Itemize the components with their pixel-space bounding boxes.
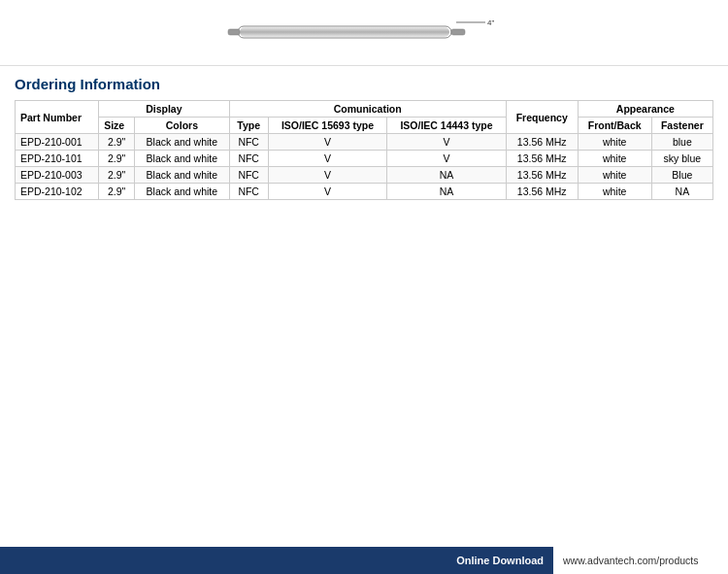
top-section: 4"	[0, 0, 728, 66]
svg-rect-2	[228, 29, 240, 35]
table-cell: V	[268, 167, 387, 184]
footer-url: www.advantech.com/products	[553, 547, 728, 574]
table-cell: white	[578, 151, 651, 167]
table-cell: NFC	[229, 134, 268, 151]
table-cell: V	[268, 151, 387, 167]
svg-text:4": 4"	[487, 18, 494, 27]
svg-rect-3	[451, 29, 465, 35]
table-cell: 2.9"	[99, 167, 135, 184]
table-cell: Black and white	[135, 151, 230, 167]
table-cell: blue	[651, 134, 712, 151]
device-svg: 4"	[218, 9, 510, 57]
svg-rect-1	[240, 27, 449, 37]
table-cell: white	[578, 134, 651, 151]
table-cell: V	[387, 134, 507, 151]
col-group-communication: Comunication	[229, 101, 506, 118]
table-cell: white	[578, 167, 651, 184]
table-cell: 13.56 MHz	[506, 167, 578, 184]
table-cell: V	[268, 134, 387, 151]
table-row: EPD-210-1022.9"Black and whiteNFCVNA13.5…	[16, 184, 713, 200]
table-row: EPD-210-0012.9"Black and whiteNFCVV13.56…	[16, 134, 713, 151]
table-cell: Black and white	[135, 184, 230, 200]
table-cell: V	[268, 184, 387, 200]
header-sub-row: Size Colors Type ISO/IEC 15693 type ISO/…	[16, 118, 713, 134]
table-cell: NFC	[229, 184, 268, 200]
col-header-fastener: Fastener	[651, 118, 712, 134]
table-body: EPD-210-0012.9"Black and whiteNFCVV13.56…	[16, 134, 713, 200]
col-group-appearance: Appearance	[578, 101, 712, 118]
table-cell: EPD-210-001	[16, 134, 99, 151]
col-header-iso15693: ISO/IEC 15693 type	[268, 118, 387, 134]
table-cell: Blue	[651, 167, 712, 184]
table-cell: 13.56 MHz	[506, 134, 578, 151]
col-group-display: Display	[99, 101, 230, 118]
table-cell: NFC	[229, 151, 268, 167]
table-cell: NFC	[229, 167, 268, 184]
col-header-type: Type	[229, 118, 268, 134]
table-cell: NA	[387, 184, 507, 200]
table-cell: white	[578, 184, 651, 200]
table-cell: Black and white	[135, 134, 230, 151]
table-cell: EPD-210-003	[16, 167, 99, 184]
ordering-table: Part Number Display Comunication Frequen…	[15, 100, 713, 200]
footer: Online Download www.advantech.com/produc…	[0, 547, 728, 574]
table-cell: NA	[651, 184, 712, 200]
col-header-size: Size	[99, 118, 135, 134]
main-content: Ordering Information Part Number Display…	[0, 66, 728, 210]
table-cell: 13.56 MHz	[506, 151, 578, 167]
col-header-frequency: Frequency	[506, 101, 578, 134]
col-header-colors: Colors	[135, 118, 230, 134]
table-row: EPD-210-0032.9"Black and whiteNFCVNA13.5…	[16, 167, 713, 184]
table-cell: Black and white	[135, 167, 230, 184]
table-cell: 2.9"	[99, 151, 135, 167]
table-cell: V	[387, 151, 507, 167]
col-header-front-back: Front/Back	[578, 118, 651, 134]
col-header-iso14443: ISO/IEC 14443 type	[387, 118, 507, 134]
table-cell: sky blue	[651, 151, 712, 167]
table-cell: 13.56 MHz	[506, 184, 578, 200]
table-cell: EPD-210-102	[16, 184, 99, 200]
table-cell: 2.9"	[99, 184, 135, 200]
device-illustration: 4"	[218, 14, 510, 52]
table-row: EPD-210-1012.9"Black and whiteNFCVV13.56…	[16, 151, 713, 167]
table-cell: NA	[387, 167, 507, 184]
footer-label: Online Download	[447, 547, 553, 574]
table-cell: 2.9"	[99, 134, 135, 151]
footer-download-area: Online Download www.advantech.com/produc…	[447, 547, 728, 574]
section-title: Ordering Information	[15, 76, 713, 92]
table-cell: EPD-210-101	[16, 151, 99, 167]
header-group-row: Part Number Display Comunication Frequen…	[16, 101, 713, 118]
col-header-part-number: Part Number	[16, 101, 99, 134]
